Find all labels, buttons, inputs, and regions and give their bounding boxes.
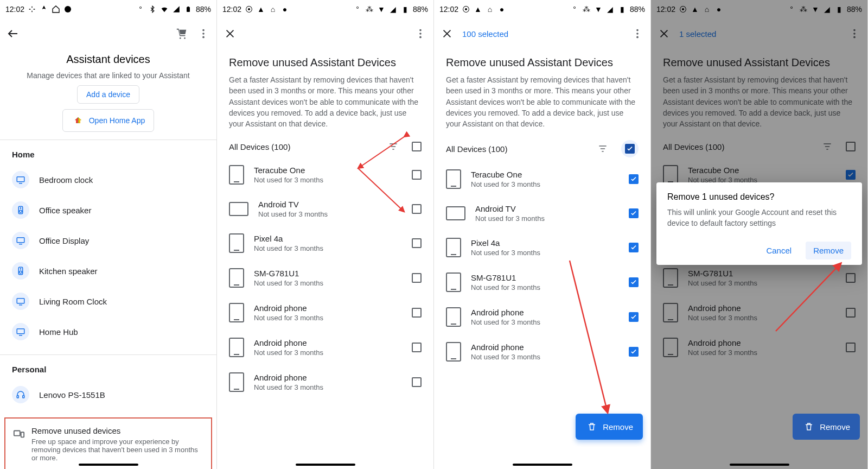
svg-point-5 xyxy=(202,29,205,31)
wifi-icon xyxy=(160,5,169,14)
device-checkbox[interactable] xyxy=(629,243,639,252)
device-checkbox[interactable] xyxy=(846,308,856,318)
messenger-icon xyxy=(63,5,72,14)
speaker-icon xyxy=(12,201,29,219)
screen-remove-dialog: 12:02 ⦿▲⌂● °⁂▼◢▮ 88% 1 selected Remove u… xyxy=(651,0,868,469)
remove-card-title: Remove unused devices xyxy=(31,426,203,435)
all-devices-row: All Devices (100) xyxy=(217,135,433,157)
more-icon[interactable] xyxy=(631,27,644,40)
device-checkbox[interactable] xyxy=(412,343,422,352)
device-row[interactable]: Bedroom clock xyxy=(0,164,216,195)
svg-point-4 xyxy=(184,37,186,39)
device-row[interactable]: Living Room Clock xyxy=(0,286,216,316)
all-devices-label: All Devices (100) xyxy=(229,142,387,151)
filter-icon[interactable] xyxy=(821,140,834,153)
display-icon xyxy=(12,323,29,340)
close-icon[interactable] xyxy=(658,27,671,40)
nav-pill[interactable] xyxy=(79,464,138,466)
svg-rect-1 xyxy=(187,7,190,12)
cancel-button[interactable]: Cancel xyxy=(761,242,797,259)
device-subtext: Not used for 3 months xyxy=(475,214,619,223)
phone-icon xyxy=(663,268,678,288)
device-row[interactable]: Office speaker xyxy=(0,195,216,225)
device-row[interactable]: Pixel 4aNot used for 3 months xyxy=(434,230,650,265)
all-devices-row: All Devices (100) xyxy=(434,135,650,162)
device-row[interactable]: Android phoneNot used for 3 months xyxy=(217,365,433,400)
screen-remove-selected: 12:02 ⦿▲⌂● °⁂▼◢▮ 88% 100 selected Remove… xyxy=(434,0,651,469)
phone-icon xyxy=(663,338,678,357)
device-row[interactable]: Teracube OneNot used for 3 months xyxy=(217,157,433,192)
remove-unused-card[interactable]: Remove unused devices Free up space and … xyxy=(4,417,212,469)
confirm-remove-button[interactable]: Remove xyxy=(806,242,851,259)
remove-button[interactable]: Remove xyxy=(793,414,860,440)
phone-icon xyxy=(229,233,244,253)
remove-button[interactable]: Remove xyxy=(576,414,643,440)
device-row[interactable]: Pixel 4aNot used for 3 months xyxy=(217,226,433,261)
nav-pill[interactable] xyxy=(296,464,355,466)
device-row[interactable]: Office Display xyxy=(0,225,216,256)
device-row[interactable]: Teracube OneNot used for 3 months xyxy=(434,162,650,197)
battery-text: 88% xyxy=(196,5,211,14)
tv-icon xyxy=(446,206,465,220)
phone-icon xyxy=(446,342,461,362)
device-checkbox[interactable] xyxy=(846,273,856,283)
device-subtext: Not used for 3 months xyxy=(254,279,402,287)
device-row[interactable]: SM-G781U1Not used for 3 months xyxy=(217,261,433,295)
open-home-button[interactable]: Open Home App xyxy=(62,109,155,132)
close-icon[interactable] xyxy=(441,27,454,40)
select-all-checkbox[interactable] xyxy=(621,140,639,157)
nav-pill[interactable] xyxy=(730,464,789,466)
home-section-header: Home xyxy=(0,140,216,164)
more-icon[interactable] xyxy=(414,27,427,40)
device-row[interactable]: Android TVNot used for 3 months xyxy=(434,197,650,230)
device-row[interactable]: Android TVNot used for 3 months xyxy=(217,192,433,226)
device-row[interactable]: Android phoneNot used for 3 months xyxy=(217,330,433,365)
home-device-list: Bedroom clockOffice speakerOffice Displa… xyxy=(0,164,216,347)
device-checkbox[interactable] xyxy=(412,308,422,318)
device-row[interactable]: SM-G781U1Not used for 3 months xyxy=(651,261,867,295)
more-icon[interactable] xyxy=(848,27,861,40)
device-row[interactable]: Android phoneNot used for 3 months xyxy=(434,334,650,369)
back-icon[interactable] xyxy=(7,27,20,40)
device-checkbox[interactable] xyxy=(629,312,639,322)
close-icon[interactable] xyxy=(224,27,237,40)
device-row[interactable]: Lenovo PS-1551B xyxy=(0,379,216,410)
device-checkbox[interactable] xyxy=(629,347,639,357)
device-checkbox[interactable] xyxy=(412,204,422,214)
device-row[interactable]: Android phoneNot used for 3 months xyxy=(651,330,867,365)
device-name: Android phone xyxy=(688,303,836,313)
device-checkbox[interactable] xyxy=(846,343,856,352)
device-name: Android phone xyxy=(688,338,836,347)
device-row[interactable]: Home Hub xyxy=(0,316,216,347)
device-checkbox[interactable] xyxy=(629,277,639,287)
phone-icon xyxy=(229,165,244,185)
device-checkbox[interactable] xyxy=(412,170,422,180)
device-subtext: Not used for 3 months xyxy=(471,353,619,361)
more-icon[interactable] xyxy=(197,27,210,40)
devices-icon xyxy=(13,427,25,440)
device-row[interactable]: Android phoneNot used for 3 months xyxy=(434,300,650,334)
select-all-checkbox[interactable] xyxy=(846,142,856,151)
app-bar xyxy=(0,18,216,49)
device-checkbox[interactable] xyxy=(846,170,856,180)
filter-icon[interactable] xyxy=(387,140,400,153)
cart-icon[interactable] xyxy=(175,27,188,40)
status-bar: 12:02 ° xyxy=(0,0,216,18)
select-all-checkbox[interactable] xyxy=(412,142,422,151)
device-label: Office speaker xyxy=(39,206,91,215)
device-checkbox[interactable] xyxy=(412,238,422,248)
device-checkbox[interactable] xyxy=(412,273,422,283)
device-checkbox[interactable] xyxy=(629,208,639,218)
device-row[interactable]: SM-G781U1Not used for 3 months xyxy=(434,265,650,300)
device-row[interactable]: Android phoneNot used for 3 months xyxy=(651,295,867,330)
battery-text: 88% xyxy=(847,5,862,14)
device-checkbox[interactable] xyxy=(629,174,639,184)
svg-rect-2 xyxy=(187,7,189,7)
device-row[interactable]: Android phoneNot used for 3 months xyxy=(217,295,433,330)
add-device-button[interactable]: Add a device xyxy=(77,85,139,104)
device-subtext: Not used for 3 months xyxy=(254,314,402,322)
device-checkbox[interactable] xyxy=(412,377,422,387)
device-row[interactable]: Kitchen speaker xyxy=(0,256,216,286)
filter-icon[interactable] xyxy=(596,142,609,155)
nav-pill[interactable] xyxy=(513,464,572,466)
